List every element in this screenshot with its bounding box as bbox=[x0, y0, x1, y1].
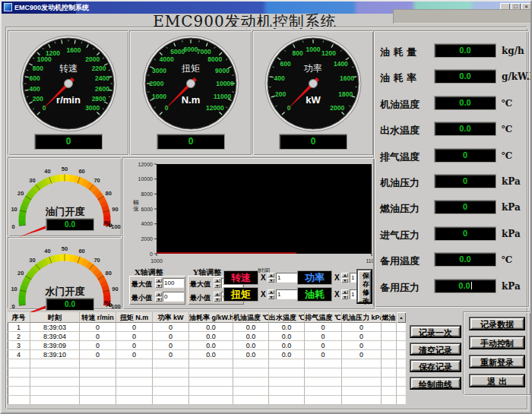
table-row[interactable]: 38:39:090000.00.00.000 bbox=[8, 341, 406, 350]
y-min-spinner[interactable] bbox=[214, 292, 220, 302]
table-cell bbox=[8, 396, 30, 405]
power-multiplier-spinner[interactable] bbox=[341, 273, 348, 283]
table-cell: 0 bbox=[80, 323, 116, 332]
speed-multiplier-input[interactable] bbox=[276, 273, 299, 283]
torque-series-tag: 扭矩 bbox=[224, 288, 258, 301]
measurement-row: 燃油压力0kPa bbox=[378, 201, 524, 214]
throttle-unit: % bbox=[104, 220, 112, 229]
svg-text:1600: 1600 bbox=[67, 46, 81, 54]
record-once-button[interactable]: 记录一次 bbox=[410, 325, 461, 338]
torque-gauge: 0100020003000400050006000700080009000100… bbox=[141, 33, 241, 134]
svg-text:70: 70 bbox=[93, 177, 100, 184]
svg-text:功率: 功率 bbox=[303, 63, 322, 74]
table-cell: 0 bbox=[153, 323, 189, 332]
table-cell bbox=[382, 332, 397, 341]
speed-multiplier-spinner[interactable] bbox=[268, 273, 274, 283]
table-row[interactable] bbox=[8, 359, 406, 368]
x-min-input[interactable] bbox=[163, 292, 184, 302]
table-cell bbox=[8, 378, 30, 387]
measurement-value-display[interactable]: 0 bbox=[435, 175, 496, 188]
table-cell bbox=[233, 396, 269, 405]
table-row[interactable]: 28:39:040000.00.00.000 bbox=[8, 332, 406, 341]
svg-text:11000: 11000 bbox=[214, 93, 231, 100]
torque-multiplier-input[interactable] bbox=[276, 289, 299, 299]
table-cell bbox=[153, 396, 189, 405]
measurement-label: 备用压力 bbox=[380, 281, 420, 295]
table-cell: 0.0 bbox=[233, 323, 269, 332]
relogin-button[interactable]: 重新登录 bbox=[469, 355, 525, 368]
measurement-value-display[interactable]: 0 bbox=[435, 149, 496, 162]
svg-text:4000: 4000 bbox=[141, 221, 153, 226]
save-modify-button[interactable]: 保存修改 bbox=[356, 269, 372, 304]
table-row[interactable]: 18:39:030000.00.00.000 bbox=[8, 323, 406, 332]
table-row[interactable] bbox=[8, 387, 406, 396]
table-header-cell: 机油压力 kPa bbox=[342, 312, 382, 323]
measurement-value-display[interactable]: 0.0 bbox=[435, 280, 496, 292]
x-min-spinner[interactable] bbox=[155, 292, 162, 302]
table-row[interactable]: 48:39:100000.00.00.000 bbox=[8, 350, 406, 359]
svg-text:400: 400 bbox=[29, 85, 40, 93]
svg-text:80: 80 bbox=[106, 270, 112, 277]
table-cell: 0.0 bbox=[269, 341, 305, 350]
table-cell: 2 bbox=[8, 332, 30, 341]
table-row[interactable] bbox=[8, 378, 406, 387]
svg-text:6000: 6000 bbox=[141, 207, 153, 212]
y-max-spinner[interactable] bbox=[214, 278, 220, 288]
measurement-value-display[interactable]: 0.0 bbox=[435, 96, 496, 109]
table-cell bbox=[382, 378, 397, 387]
fuel-multiplier-spinner[interactable] bbox=[341, 289, 348, 299]
x-max-spinner[interactable] bbox=[155, 278, 162, 288]
table-cell bbox=[397, 396, 406, 405]
record-data-button[interactable]: 记录数据 bbox=[469, 317, 525, 330]
measurement-value-display[interactable]: 0.0 bbox=[435, 122, 496, 135]
table-row[interactable] bbox=[8, 396, 406, 405]
table-cell bbox=[189, 387, 233, 396]
table-cell: 0 bbox=[116, 332, 153, 341]
table-cell bbox=[305, 387, 342, 396]
power-digital-display: 0 bbox=[280, 134, 347, 149]
power-series-tag: 功率 bbox=[298, 271, 331, 284]
table-cell: 0.0 bbox=[189, 350, 233, 359]
measurement-value-display[interactable]: 0 bbox=[435, 227, 496, 240]
clear-records-button[interactable]: 清空记录 bbox=[410, 343, 461, 356]
svg-text:200: 200 bbox=[33, 95, 43, 103]
measurement-row: 备用压力0.0kPa bbox=[378, 280, 524, 293]
svg-text:N.m: N.m bbox=[182, 94, 201, 106]
measurement-label: 进气压力 bbox=[380, 229, 420, 242]
draw-curve-button[interactable]: 绘制曲线 bbox=[410, 377, 461, 390]
table-cell bbox=[269, 387, 305, 396]
measurement-value-display[interactable]: 0 bbox=[435, 201, 496, 213]
table-cell bbox=[397, 323, 406, 332]
multiplier-x-label: X bbox=[261, 273, 266, 282]
svg-text:1600: 1600 bbox=[340, 74, 354, 82]
manual-control-button[interactable]: 手动控制 bbox=[469, 336, 525, 349]
text-cursor bbox=[471, 282, 472, 289]
measurement-value-display[interactable]: 0.0 bbox=[435, 70, 496, 83]
svg-text:2000: 2000 bbox=[150, 80, 164, 87]
table-row[interactable] bbox=[8, 368, 406, 378]
measurement-row: 油 耗 量0.0kg/h bbox=[378, 44, 524, 58]
table-scroll-button[interactable] bbox=[397, 312, 406, 323]
exit-button[interactable]: 退 出 bbox=[469, 374, 525, 387]
svg-text:2600: 2600 bbox=[95, 85, 109, 93]
measurement-value-display[interactable]: 0.0 bbox=[435, 253, 496, 266]
table-cell bbox=[80, 396, 116, 405]
svg-text:20: 20 bbox=[17, 270, 24, 277]
main-window: EMC900发动机控制系统 _ □ × EMC900发动机控制系统 020040… bbox=[0, 0, 532, 414]
measurement-value-display[interactable]: 0.0 bbox=[435, 44, 496, 57]
table-cell: 0 bbox=[153, 332, 189, 341]
measurement-label: 机油压力 bbox=[380, 176, 420, 190]
svg-text:8000: 8000 bbox=[207, 55, 222, 63]
save-records-button[interactable]: 保存记录 bbox=[410, 359, 461, 372]
measurement-unit: ℃ bbox=[502, 124, 512, 134]
table-cell bbox=[153, 378, 189, 387]
table-cell: 0.0 bbox=[233, 332, 269, 341]
watervalve-digital-display: 0.0 bbox=[46, 299, 93, 310]
table-cell: 0.0 bbox=[189, 323, 233, 332]
table-header-row: 序号时刻转速 r/min扭矩 N.m功率 kW油耗率 g/kW.h机油温度 ℃出… bbox=[8, 312, 406, 323]
x-max-input[interactable] bbox=[163, 278, 184, 288]
table-cell bbox=[342, 368, 382, 378]
torque-multiplier-spinner[interactable] bbox=[268, 289, 274, 299]
measurement-label: 出水温度 bbox=[380, 124, 420, 137]
svg-text:幅值: 幅值 bbox=[133, 199, 139, 212]
